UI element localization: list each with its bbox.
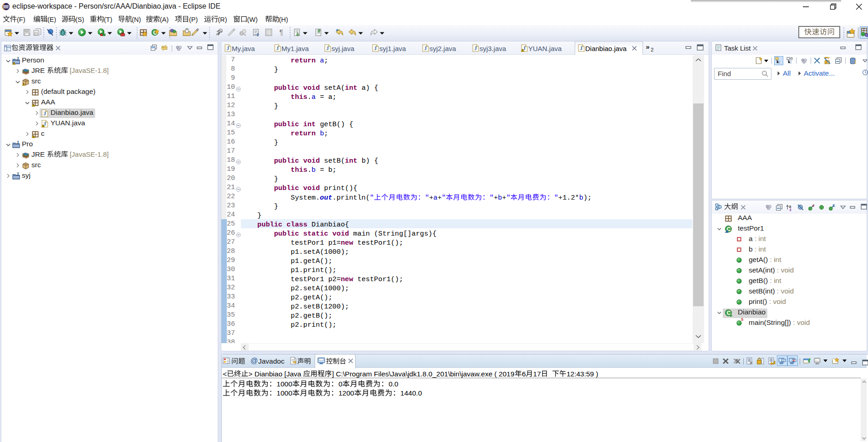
svg-text:6: 6 bbox=[522, 370, 526, 377]
svg-text:J: J bbox=[474, 46, 477, 51]
svg-text:1200: 1200 bbox=[338, 389, 354, 397]
svg-text:0: 0 bbox=[338, 380, 342, 388]
svg-text:+: + bbox=[438, 194, 442, 202]
svg-text:J: J bbox=[424, 46, 427, 51]
svg-text:J: J bbox=[326, 46, 329, 51]
svg-text:C: C bbox=[727, 310, 731, 316]
svg-text:": " bbox=[490, 194, 494, 202]
svg-text:s: s bbox=[812, 204, 815, 208]
svg-text:1000: 1000 bbox=[276, 389, 292, 397]
svg-text:b: b bbox=[498, 194, 502, 202]
svg-text:+1.2*: +1.2* bbox=[558, 194, 579, 202]
svg-text:1440.0: 1440.0 bbox=[400, 389, 422, 397]
svg-text:L: L bbox=[833, 204, 835, 208]
svg-text:J: J bbox=[374, 46, 377, 51]
svg-text:J: J bbox=[43, 111, 46, 117]
svg-text:": " bbox=[425, 194, 429, 202]
svg-text:17: 17 bbox=[533, 370, 541, 377]
svg-text:+: + bbox=[502, 194, 506, 202]
svg-text:+: + bbox=[494, 194, 498, 202]
svg-text:12:43:59 ): 12:43:59 ) bbox=[567, 370, 598, 377]
svg-text:": " bbox=[554, 194, 558, 202]
svg-text:J: J bbox=[17, 57, 19, 61]
svg-text:out: out bbox=[320, 194, 332, 202]
svg-text:J: J bbox=[276, 46, 279, 51]
svg-text:z: z bbox=[789, 207, 791, 211]
svg-text:);: ); bbox=[583, 194, 592, 202]
svg-text:b: b bbox=[579, 194, 583, 202]
svg-text:.println(: .println( bbox=[332, 194, 370, 202]
svg-text:J: J bbox=[226, 46, 229, 51]
svg-text:1000: 1000 bbox=[276, 380, 292, 388]
svg-text:": " bbox=[442, 194, 446, 202]
svg-text:<: < bbox=[223, 370, 227, 377]
svg-text:System.: System. bbox=[291, 194, 320, 202]
svg-text:0.0: 0.0 bbox=[388, 380, 398, 388]
svg-text:J: J bbox=[580, 46, 582, 51]
svg-text:¶: ¶ bbox=[279, 29, 283, 36]
svg-text:J: J bbox=[17, 172, 19, 176]
svg-text:> Dianbiao [Java: > Dianbiao [Java bbox=[249, 370, 301, 377]
svg-text:J: J bbox=[17, 141, 19, 145]
svg-text:": " bbox=[370, 194, 374, 202]
svg-text:+: + bbox=[429, 194, 433, 202]
svg-text:": " bbox=[506, 194, 511, 202]
svg-text:a: a bbox=[434, 194, 438, 202]
svg-text:] C:\Program Files\Java\jdk1.8: ] C:\Program Files\Java\jdk1.8.0_201\bin… bbox=[332, 370, 515, 377]
